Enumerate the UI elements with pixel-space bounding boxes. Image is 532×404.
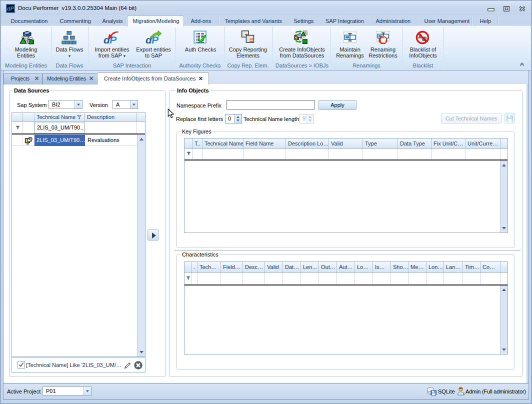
svg-text:dP: dP [7,6,14,12]
